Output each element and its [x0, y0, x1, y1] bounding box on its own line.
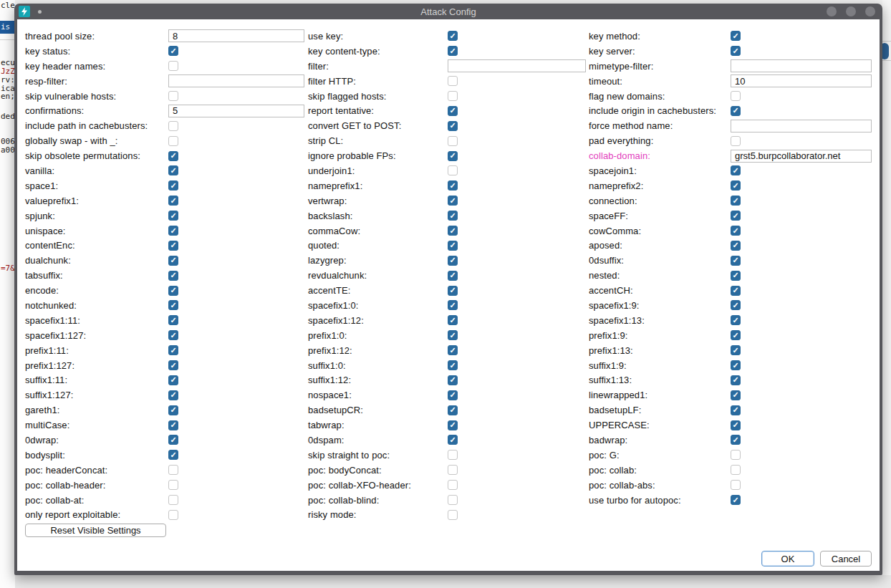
key-status-checkbox[interactable]: ✓: [168, 46, 178, 56]
only-report-exploitable-checkbox[interactable]: [168, 510, 178, 520]
badsetupcr-checkbox[interactable]: ✓: [448, 405, 458, 415]
reset-visible-settings-button[interactable]: Reset Visible Settings: [25, 524, 166, 537]
0dwrap-checkbox[interactable]: ✓: [168, 435, 178, 445]
suffix1-9-checkbox[interactable]: ✓: [731, 360, 741, 370]
dualchunk-checkbox[interactable]: ✓: [168, 256, 178, 266]
skip-flagged-hosts-checkbox[interactable]: [448, 91, 458, 101]
underjoin1-checkbox[interactable]: [448, 165, 458, 175]
timeout-input[interactable]: [731, 74, 872, 87]
accentch-checkbox[interactable]: ✓: [731, 286, 741, 296]
strip-cl-checkbox[interactable]: [448, 136, 458, 146]
skip-obsolete-permutations-checkbox[interactable]: ✓: [168, 151, 178, 161]
quoted-checkbox[interactable]: ✓: [448, 241, 458, 251]
spaceff-checkbox[interactable]: ✓: [731, 211, 741, 221]
space1-checkbox[interactable]: ✓: [168, 180, 178, 191]
nested-checkbox[interactable]: ✓: [731, 271, 741, 281]
confirmations-input[interactable]: [168, 105, 304, 117]
poc-collab-blind-checkbox[interactable]: [448, 495, 458, 505]
poc-g-checkbox[interactable]: [731, 450, 741, 460]
spacefix1-13-checkbox[interactable]: ✓: [731, 315, 741, 325]
risky-mode-checkbox[interactable]: [448, 510, 458, 520]
backslash-checkbox[interactable]: ✓: [448, 211, 458, 221]
poc-collab-checkbox[interactable]: [731, 465, 741, 475]
include-path-in-cachebusters-checkbox[interactable]: [168, 121, 178, 131]
skip-vulnerable-hosts-checkbox[interactable]: [168, 91, 178, 101]
prefix1-127-checkbox[interactable]: ✓: [168, 360, 178, 370]
connection-checkbox[interactable]: ✓: [731, 196, 741, 206]
collab-domain-input[interactable]: [731, 150, 872, 163]
prefix1-11-checkbox[interactable]: ✓: [168, 345, 178, 355]
nameprefix2-checkbox[interactable]: ✓: [731, 180, 741, 191]
report-tentative-checkbox[interactable]: ✓: [448, 106, 458, 116]
poc-collab-at-checkbox[interactable]: [168, 495, 178, 505]
revdualchunk-checkbox[interactable]: ✓: [448, 271, 458, 281]
aposed-checkbox[interactable]: ✓: [731, 241, 741, 251]
use-turbo-for-autopoc-checkbox[interactable]: ✓: [731, 495, 741, 505]
badsetuplf-checkbox[interactable]: ✓: [731, 405, 741, 415]
spjunk-checkbox[interactable]: ✓: [168, 211, 178, 221]
0dspam-checkbox[interactable]: ✓: [448, 435, 458, 445]
poc-collab-header-checkbox[interactable]: [168, 480, 178, 490]
accentte-checkbox[interactable]: ✓: [448, 286, 458, 296]
linewrapped1-checkbox[interactable]: ✓: [731, 390, 741, 400]
filter-input[interactable]: [448, 59, 586, 72]
ok-button[interactable]: OK: [761, 551, 814, 567]
spacefix1-0-checkbox[interactable]: ✓: [448, 300, 458, 310]
close-button[interactable]: [865, 6, 875, 16]
pad-everything-checkbox[interactable]: [731, 136, 741, 146]
cowcomma-checkbox[interactable]: ✓: [731, 226, 741, 236]
gareth1-checkbox[interactable]: ✓: [168, 405, 178, 415]
tabwrap-checkbox[interactable]: ✓: [448, 420, 458, 430]
suffix1-11-checkbox[interactable]: ✓: [168, 375, 178, 385]
suffix1-0-checkbox[interactable]: ✓: [448, 360, 458, 370]
suffix1-127-checkbox[interactable]: ✓: [168, 390, 178, 400]
lazygrep-checkbox[interactable]: ✓: [448, 256, 458, 266]
poc-collab-xfo-header-checkbox[interactable]: [448, 480, 458, 490]
nospace1-checkbox[interactable]: ✓: [448, 390, 458, 400]
force-method-name-input[interactable]: [731, 120, 872, 132]
unispace-checkbox[interactable]: ✓: [168, 226, 178, 236]
vanilla-checkbox[interactable]: ✓: [168, 165, 178, 175]
notchunked-checkbox[interactable]: ✓: [168, 300, 178, 310]
key-method-checkbox[interactable]: ✓: [731, 31, 741, 41]
skip-straight-to-poc-checkbox[interactable]: [448, 450, 458, 460]
key-server-checkbox[interactable]: ✓: [731, 46, 741, 56]
poc-headerconcat-checkbox[interactable]: [168, 465, 178, 475]
tabsuffix-checkbox[interactable]: ✓: [168, 271, 178, 281]
prefix1-12-checkbox[interactable]: ✓: [448, 345, 458, 355]
maximize-button[interactable]: [846, 6, 856, 16]
cancel-button[interactable]: Cancel: [820, 551, 872, 567]
suffix1-13-checkbox[interactable]: ✓: [731, 375, 741, 385]
nameprefix1-checkbox[interactable]: ✓: [448, 180, 458, 191]
use-key-checkbox[interactable]: ✓: [448, 31, 458, 41]
poc-collab-abs-checkbox[interactable]: [731, 480, 741, 490]
prefix1-9-checkbox[interactable]: ✓: [731, 330, 741, 340]
titlebar[interactable]: Attack Config: [17, 4, 880, 19]
spacefix1-11-checkbox[interactable]: ✓: [168, 315, 178, 325]
resp-filter-input[interactable]: [168, 74, 304, 87]
poc-bodyconcat-checkbox[interactable]: [448, 465, 458, 475]
thread-pool-size-input[interactable]: [168, 29, 304, 42]
include-origin-in-cachebusters-checkbox[interactable]: ✓: [731, 106, 741, 116]
uppercase-checkbox[interactable]: ✓: [731, 420, 741, 430]
minimize-button[interactable]: [827, 6, 837, 16]
vertwrap-checkbox[interactable]: ✓: [448, 196, 458, 206]
convert-get-to-post-checkbox[interactable]: ✓: [448, 121, 458, 131]
commacow-checkbox[interactable]: ✓: [448, 226, 458, 236]
filter-http-checkbox[interactable]: [448, 76, 458, 86]
spacefix1-12-checkbox[interactable]: ✓: [448, 315, 458, 325]
valueprefix1-checkbox[interactable]: ✓: [168, 196, 178, 206]
suffix1-12-checkbox[interactable]: ✓: [448, 375, 458, 385]
ignore-probable-fps-checkbox[interactable]: ✓: [448, 151, 458, 161]
mimetype-filter-input[interactable]: [731, 59, 872, 72]
spacejoin1-checkbox[interactable]: ✓: [731, 165, 741, 175]
badwrap-checkbox[interactable]: ✓: [731, 435, 741, 445]
key-content-type-checkbox[interactable]: ✓: [448, 46, 458, 56]
flag-new-domains-checkbox[interactable]: [731, 91, 741, 101]
0dsuffix-checkbox[interactable]: ✓: [731, 256, 741, 266]
prefix1-0-checkbox[interactable]: ✓: [448, 330, 458, 340]
key-header-names-checkbox[interactable]: [168, 61, 178, 71]
contentenc-checkbox[interactable]: ✓: [168, 241, 178, 251]
bodysplit-checkbox[interactable]: ✓: [168, 450, 178, 460]
prefix1-13-checkbox[interactable]: ✓: [731, 345, 741, 355]
